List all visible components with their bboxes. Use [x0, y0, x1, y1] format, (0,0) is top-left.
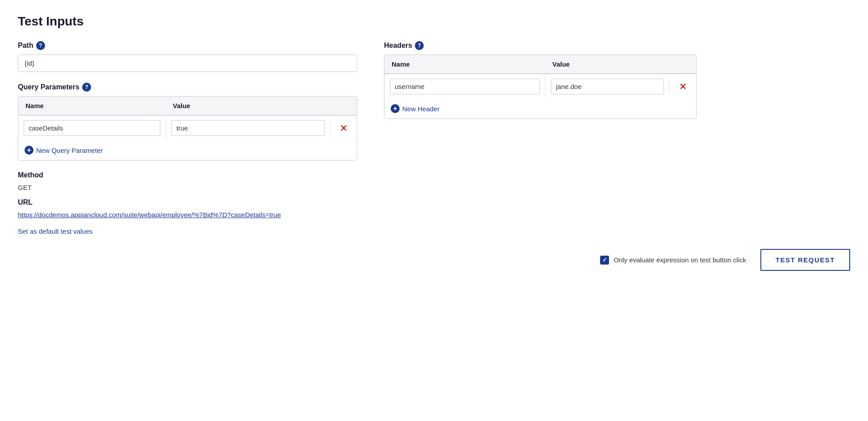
add-query-param-icon: +	[25, 146, 33, 155]
query-params-table: Name Value ✕ + New Query Parameter	[18, 96, 357, 160]
query-param-value-cell	[166, 116, 330, 140]
header-delete-cell: ✕	[669, 80, 696, 93]
bottom-right: Only evaluate expression on test button …	[600, 249, 850, 271]
test-request-button[interactable]: TEST REQUEST	[760, 249, 850, 271]
bottom-row: Only evaluate expression on test button …	[18, 249, 850, 271]
query-params-help-icon[interactable]: ?	[82, 83, 91, 92]
query-param-row: ✕	[18, 115, 357, 140]
evaluate-expression-label[interactable]: Only evaluate expression on test button …	[600, 256, 746, 265]
url-value-link[interactable]: https://docdemos.appiancloud.com/suite/w…	[18, 211, 357, 219]
query-params-label: Query Parameters ?	[18, 83, 357, 92]
headers-add-row: + New Header	[384, 99, 696, 118]
path-label: Path ?	[18, 41, 357, 50]
query-params-add-row: + New Query Parameter	[18, 140, 357, 160]
set-default-link[interactable]: Set as default test values	[18, 227, 93, 235]
header-name-cell	[384, 74, 545, 99]
page-title: Test Inputs	[18, 14, 850, 29]
path-help-icon[interactable]: ?	[36, 41, 45, 50]
headers-label: Headers ?	[384, 41, 697, 50]
query-param-value-input[interactable]	[171, 120, 325, 136]
headers-table: Name Value ✕ + New Header	[384, 55, 697, 119]
query-param-delete-button[interactable]: ✕	[336, 122, 351, 135]
add-header-icon: +	[391, 104, 400, 113]
url-label: URL	[18, 198, 357, 206]
method-section: Method GET	[18, 171, 357, 191]
evaluate-expression-checkbox[interactable]	[600, 256, 609, 265]
query-action-col-header	[330, 97, 357, 115]
header-value-col-header: Value	[545, 55, 669, 73]
evaluate-expression-text: Only evaluate expression on test button …	[613, 256, 746, 264]
add-query-param-link[interactable]: + New Query Parameter	[18, 141, 109, 159]
header-action-col-header	[669, 55, 696, 73]
path-input[interactable]	[18, 55, 357, 72]
query-params-header: Name Value	[18, 97, 357, 115]
headers-help-icon[interactable]: ?	[415, 41, 424, 50]
query-param-name-input[interactable]	[24, 120, 160, 136]
method-label: Method	[18, 171, 357, 179]
header-value-cell	[545, 74, 669, 99]
header-delete-button[interactable]: ✕	[676, 80, 690, 93]
query-param-delete-cell: ✕	[330, 122, 357, 135]
header-row: ✕	[384, 74, 696, 99]
query-value-col-header: Value	[166, 97, 330, 115]
add-header-link[interactable]: + New Header	[384, 100, 446, 118]
query-name-col-header: Name	[18, 97, 166, 115]
method-value: GET	[18, 184, 357, 191]
header-name-input[interactable]	[390, 79, 540, 94]
url-section: URL https://docdemos.appiancloud.com/sui…	[18, 198, 357, 219]
header-name-col-header: Name	[384, 55, 545, 73]
header-value-input[interactable]	[551, 79, 664, 94]
headers-table-header: Name Value	[384, 55, 696, 74]
query-param-name-cell	[18, 116, 166, 140]
